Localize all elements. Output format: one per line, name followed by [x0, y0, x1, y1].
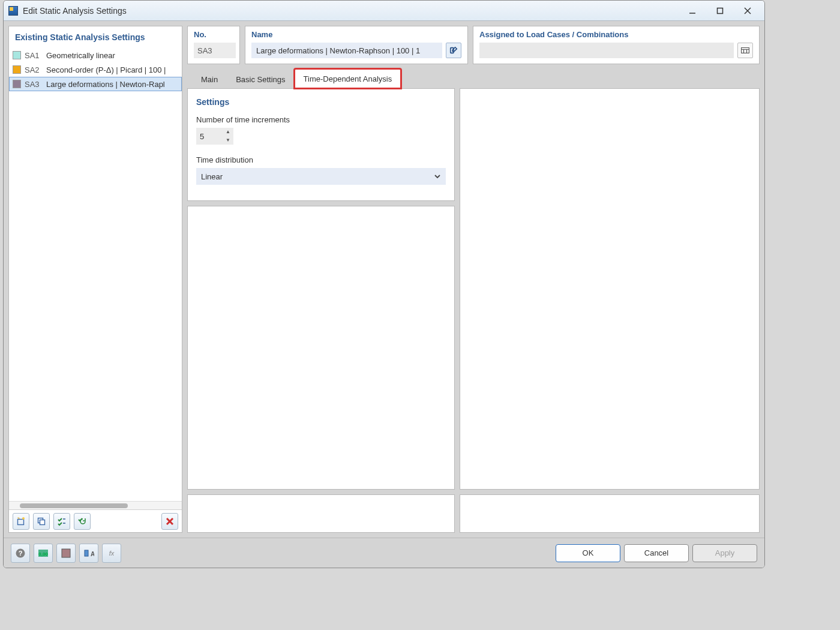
increments-step-up[interactable]: ▲: [223, 128, 233, 136]
svg-rect-1: [718, 8, 723, 13]
analysis-name: Second-order (P-Δ) | Picard | 100 |: [46, 65, 166, 74]
analysis-id: SA1: [25, 51, 43, 60]
tab-main[interactable]: Main: [192, 70, 227, 88]
left-toolbar: [9, 509, 182, 532]
increments-step-down[interactable]: ▼: [223, 136, 233, 145]
settings-title: Settings: [196, 97, 446, 107]
analysis-id: SA2: [25, 65, 43, 74]
analysis-row-sa3[interactable]: SA3 Large deformations | Newton-Rapl: [9, 77, 182, 91]
assigned-input[interactable]: [479, 43, 734, 58]
no-panel: No.: [187, 26, 240, 64]
svg-text:fx: fx: [109, 550, 115, 557]
help-button[interactable]: ?: [11, 544, 30, 563]
color-swatch: [13, 51, 21, 59]
increments-input[interactable]: [196, 128, 223, 145]
chevron-down-icon: [434, 173, 441, 180]
color-button[interactable]: [56, 544, 76, 563]
svg-text:A: A: [91, 551, 94, 557]
rename-button[interactable]: A: [79, 544, 98, 563]
refresh-check-button[interactable]: [74, 513, 91, 530]
dialog-window: Edit Static Analysis Settings Existing S…: [3, 0, 765, 568]
settings-footer-panel: [187, 494, 455, 533]
apply-button[interactable]: Apply: [692, 544, 757, 562]
edit-name-button[interactable]: [446, 43, 461, 58]
increments-label: Number of time increments: [196, 115, 446, 124]
tab-time-dependent-analysis[interactable]: Time-Dependent Analysis: [295, 69, 401, 88]
preview-panel: [460, 88, 760, 490]
units-button[interactable]: 0,00: [34, 544, 53, 563]
existing-settings-panel: Existing Static Analysis Settings SA1 Ge…: [8, 26, 182, 533]
svg-rect-20: [85, 550, 88, 556]
app-icon: [8, 6, 18, 16]
ok-button[interactable]: OK: [556, 544, 620, 562]
analysis-id: SA3: [25, 80, 43, 89]
name-input[interactable]: [251, 43, 442, 58]
analysis-row-sa1[interactable]: SA1 Geometrically linear: [9, 48, 182, 62]
color-swatch: [13, 65, 21, 74]
distribution-value: Linear: [201, 172, 223, 181]
analysis-list[interactable]: SA1 Geometrically linear SA2 Second-orde…: [9, 48, 182, 501]
distribution-dropdown[interactable]: Linear: [196, 168, 446, 185]
assigned-browse-button[interactable]: [737, 43, 753, 58]
svg-rect-19: [62, 549, 70, 557]
settings-filler-panel: [187, 206, 455, 490]
svg-text:?: ?: [19, 550, 23, 557]
distribution-label: Time distribution: [196, 155, 446, 164]
titlebar[interactable]: Edit Static Analysis Settings: [4, 1, 764, 21]
minimize-button[interactable]: [680, 4, 704, 18]
existing-settings-header: Existing Static Analysis Settings: [9, 26, 182, 48]
svg-rect-10: [451, 48, 454, 53]
no-label: No.: [194, 30, 233, 39]
cancel-button[interactable]: Cancel: [624, 544, 689, 562]
delete-button[interactable]: [161, 513, 178, 530]
analysis-name: Large deformations | Newton-Rapl: [46, 80, 165, 89]
assigned-label: Assigned to Load Cases / Combinations: [479, 30, 753, 39]
no-input[interactable]: [194, 43, 236, 58]
tab-basic-settings[interactable]: Basic Settings: [227, 70, 294, 88]
increments-spinner[interactable]: ▲ ▼: [196, 128, 233, 145]
name-panel: Name: [245, 26, 468, 64]
window-title: Edit Static Analysis Settings: [23, 6, 680, 16]
analysis-name: Geometrically linear: [46, 51, 115, 60]
svg-point-5: [22, 517, 25, 520]
color-swatch: [13, 80, 21, 88]
horizontal-scrollbar[interactable]: [9, 501, 182, 509]
close-button[interactable]: [736, 4, 760, 18]
name-label: Name: [251, 30, 461, 39]
maximize-button[interactable]: [708, 4, 732, 18]
svg-rect-11: [742, 48, 749, 53]
copy-item-button[interactable]: [33, 513, 50, 530]
dialog-bottom-bar: ? 0,00 A fx OK Cancel Apply: [4, 538, 764, 568]
assigned-panel: Assigned to Load Cases / Combinations: [473, 26, 760, 64]
new-item-button[interactable]: [13, 513, 29, 530]
svg-rect-7: [40, 520, 45, 524]
check-all-button[interactable]: [53, 513, 70, 530]
settings-panel: Settings Number of time increments ▲ ▼: [187, 88, 455, 201]
svg-rect-4: [18, 519, 24, 524]
fx-button[interactable]: fx: [102, 544, 121, 563]
preview-footer-panel: [460, 494, 760, 533]
tabs-bar: Main Basic Settings Time-Dependent Analy…: [187, 69, 760, 88]
analysis-row-sa2[interactable]: SA2 Second-order (P-Δ) | Picard | 100 |: [9, 62, 182, 77]
svg-text:0,00: 0,00: [38, 551, 48, 557]
